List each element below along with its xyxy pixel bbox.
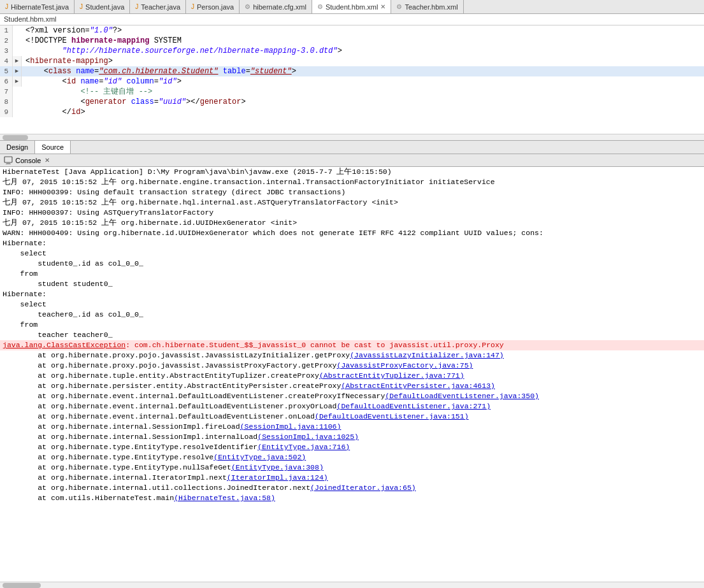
editor-horizontal-scrollbar[interactable] — [0, 134, 704, 140]
console-line: 七月 07, 2015 10:15:52 上午 org.hibernate.en… — [0, 177, 704, 187]
console-line: INFO: HHH000397: Using ASTQueryTranslato… — [0, 208, 704, 218]
console-line: from — [0, 320, 704, 330]
xml-file-icon: ⚙ — [245, 3, 250, 10]
console-bottom-scrollbar[interactable] — [0, 582, 704, 588]
console-line: at org.hibernate.type.EntityType.resolve… — [0, 442, 704, 452]
tab-bar: J HibernateTest.java J Student.java J Te… — [0, 0, 704, 14]
console-line: at org.hibernate.internal.SessionImpl.in… — [0, 432, 704, 442]
console-line: student0_.id as col_0_0_ — [0, 259, 704, 269]
console-close-icon[interactable]: ✕ — [45, 157, 50, 164]
console-line: WARN: HHH000409: Using org.hibernate.id.… — [0, 228, 704, 238]
code-line-1: 1 <?xml version="1.0"?> — [0, 25, 704, 36]
code-editor[interactable]: 1 <?xml version="1.0"?> 2 <!DOCTYPE hibe… — [0, 25, 704, 134]
tab-hibernatetest[interactable]: J HibernateTest.java — [0, 0, 75, 14]
filepath-text: Student.hbm.xml — [4, 15, 57, 23]
svg-rect-1 — [6, 162, 10, 164]
tab-label: Teacher.java — [141, 3, 180, 11]
code-line-7: 7 <!-- 主键自增 --> — [0, 87, 704, 97]
console-line: at org.hibernate.internal.util.collectio… — [0, 483, 704, 493]
close-tab-icon[interactable]: ✕ — [380, 3, 385, 10]
java-file-icon4: J — [191, 3, 194, 10]
tab-teacher-java[interactable]: J Teacher.java — [130, 0, 186, 14]
code-line-4: 4 ▶ <hibernate-mapping> — [0, 56, 704, 66]
console-monitor-icon — [4, 156, 13, 165]
console-lines-container: 七月 07, 2015 10:15:52 上午 org.hibernate.en… — [0, 177, 704, 503]
code-line-3: 3 "http://hibernate.sourceforge.net/hibe… — [0, 46, 704, 56]
console-body[interactable]: HibernateTest [Java Application] D:\My P… — [0, 167, 704, 582]
tab-label: Person.java — [197, 3, 234, 11]
console-tab[interactable]: Console ✕ — [4, 156, 50, 165]
console-line: at org.hibernate.type.EntityType.resolve… — [0, 452, 704, 463]
main-container: J HibernateTest.java J Student.java J Te… — [0, 0, 704, 588]
source-tab[interactable]: Source — [35, 141, 71, 154]
console-section: Console ✕ HibernateTest [Java Applicatio… — [0, 154, 704, 588]
console-line: at org.hibernate.proxy.pojo.javassist.Ja… — [0, 361, 704, 371]
console-line: teacher teacher0_ — [0, 330, 704, 340]
code-line-5: 5 ▶ <class name="com.ch.hibernate.Studen… — [0, 66, 704, 76]
code-line-9: 9 </id> — [0, 107, 704, 117]
console-line: at org.hibernate.internal.IteratorImpl.n… — [0, 473, 704, 483]
console-line: select — [0, 299, 704, 310]
svg-rect-0 — [4, 157, 12, 162]
tab-label: Teacher.hbm.xml — [405, 3, 457, 11]
console-line: Hibernate: — [0, 289, 704, 299]
console-line: at org.hibernate.persister.entity.Abstra… — [0, 381, 704, 391]
tab-person-java[interactable]: J Person.java — [186, 0, 240, 14]
console-label: Console — [15, 157, 41, 164]
design-tab[interactable]: Design — [0, 141, 35, 154]
console-line: at org.hibernate.event.internal.DefaultL… — [0, 391, 704, 401]
console-app-title: HibernateTest [Java Application] D:\My P… — [0, 167, 704, 177]
tab-label: Student.hbm.xml — [326, 3, 378, 11]
console-line: at org.hibernate.event.internal.DefaultL… — [0, 412, 704, 422]
tab-teacher-hbm[interactable]: ⚙ Teacher.hbm.xml — [391, 0, 463, 14]
console-header: Console ✕ — [0, 154, 704, 167]
tab-student-java[interactable]: J Student.java — [75, 0, 130, 14]
tab-label: HibernateTest.java — [11, 3, 69, 11]
editor-section: 1 <?xml version="1.0"?> 2 <!DOCTYPE hibe… — [0, 25, 704, 154]
code-line-8: 8 <generator class="uuid"></generator> — [0, 97, 704, 107]
console-line: java.lang.ClassCastException: com.ch.hib… — [0, 340, 704, 350]
console-line: teacher0_.id as col_0_0_ — [0, 310, 704, 320]
tab-label: Student.java — [85, 3, 124, 11]
design-tab-label: Design — [6, 143, 28, 151]
code-line-6: 6 ▶ <id name="id" column="id"> — [0, 76, 704, 87]
svg-rect-2 — [6, 164, 11, 164]
console-line: at org.hibernate.event.internal.DefaultL… — [0, 401, 704, 412]
console-line: INFO: HHH000399: Using default transacti… — [0, 187, 704, 197]
xml-file-icon3: ⚙ — [396, 3, 402, 10]
tab-student-hbm[interactable]: ⚙ Student.hbm.xml ✕ — [312, 0, 392, 14]
console-line: at org.hibernate.tuple.entity.AbstractEn… — [0, 371, 704, 381]
filepath-bar: Student.hbm.xml — [0, 14, 704, 25]
java-file-icon2: J — [80, 3, 83, 10]
console-line: at org.hibernate.type.EntityType.nullSaf… — [0, 463, 704, 473]
xml-file-icon2: ⚙ — [317, 3, 323, 10]
source-tab-label: Source — [41, 143, 64, 151]
console-line: Hibernate: — [0, 238, 704, 248]
code-line-2: 2 <!DOCTYPE hibernate-mapping SYSTEM — [0, 36, 704, 46]
console-line: from — [0, 269, 704, 279]
console-line: 七月 07, 2015 10:15:52 上午 org.hibernate.id… — [0, 218, 704, 228]
console-line: at com.utils.HibernateTest.main(Hibernat… — [0, 493, 704, 503]
tab-hibernate-cfg[interactable]: ⚙ hibernate.cfg.xml — [240, 0, 312, 14]
console-line: select — [0, 248, 704, 259]
editor-bottom-tabs: Design Source — [0, 140, 704, 154]
tab-label: hibernate.cfg.xml — [253, 3, 306, 11]
java-file-icon3: J — [135, 3, 138, 10]
console-line: 七月 07, 2015 10:15:52 上午 org.hibernate.hq… — [0, 197, 704, 208]
java-file-icon: J — [5, 3, 8, 10]
console-line: at org.hibernate.internal.SessionImpl.fi… — [0, 422, 704, 432]
console-line: student student0_ — [0, 279, 704, 289]
console-line: at org.hibernate.proxy.pojo.javassist.Ja… — [0, 350, 704, 361]
